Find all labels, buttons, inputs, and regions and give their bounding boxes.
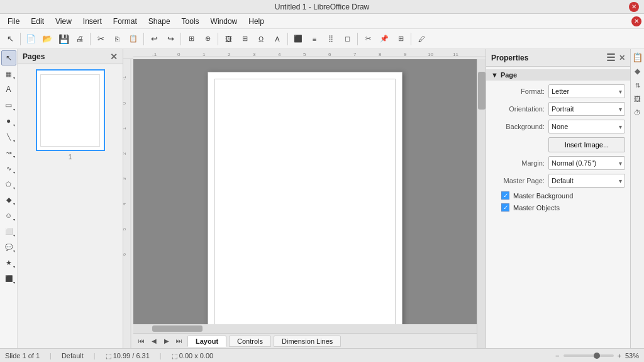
tab-dimension-lines[interactable]: Dimension Lines xyxy=(274,336,341,347)
menu-format[interactable]: Format xyxy=(108,16,142,27)
h-scrollbar[interactable] xyxy=(133,324,477,333)
orientation-dropdown-arrow: ▾ xyxy=(619,106,622,113)
page-thumb-container: 1 xyxy=(23,69,118,161)
master-objects-label: Master Objects xyxy=(513,204,560,212)
menu-file[interactable]: File xyxy=(3,16,25,27)
status-sep-1: | xyxy=(50,352,52,359)
margin-dropdown-arrow: ▾ xyxy=(619,160,622,167)
tool-curve[interactable]: ∿▾ xyxy=(1,161,16,176)
menu-window[interactable]: Window xyxy=(206,16,243,27)
nav-next[interactable]: ▶ xyxy=(161,336,172,347)
margin-label: Margin: xyxy=(491,159,545,167)
tool-ellipse[interactable]: ●▾ xyxy=(1,113,16,128)
toolbar-insert-special[interactable]: Ω xyxy=(253,31,269,47)
tab-layout[interactable]: Layout xyxy=(187,336,226,347)
toolbar-arrange[interactable]: ⬛ xyxy=(291,31,306,47)
zoom-in-button[interactable]: + xyxy=(616,352,623,359)
toolbar-copy[interactable]: ⎘ xyxy=(109,31,125,47)
v-scrollbar[interactable] xyxy=(477,59,486,348)
toolbar-ungroup[interactable]: ✂ xyxy=(360,31,375,47)
right-icon-image[interactable]: 🖼 xyxy=(632,93,643,105)
tool-smiley[interactable]: ☺▾ xyxy=(1,208,16,223)
nav-last[interactable]: ⏭ xyxy=(174,336,185,347)
tool-rectangle[interactable]: ▭▾ xyxy=(1,98,16,113)
toolbar-shadow[interactable]: ◻ xyxy=(340,31,355,47)
toolbar-undo[interactable]: ↩ xyxy=(147,31,162,47)
master-page-row: Master Page: Default ▾ xyxy=(491,174,625,188)
menu-insert[interactable]: Insert xyxy=(78,16,107,27)
menu-edit[interactable]: Edit xyxy=(26,16,49,27)
tool-connector[interactable]: ↝▾ xyxy=(1,145,16,160)
zoom-out-button[interactable]: − xyxy=(554,352,560,359)
right-icon-clock[interactable]: ⏱ xyxy=(632,107,643,118)
h-scroll-thumb[interactable] xyxy=(152,325,203,332)
properties-close-button[interactable]: ✕ xyxy=(619,54,625,62)
svg-text:10: 10 xyxy=(428,52,433,57)
toolbar-insert-image[interactable]: 🖼 xyxy=(221,31,236,47)
v-scroll-thumb[interactable] xyxy=(478,72,486,110)
toolbar-combine[interactable]: ⊞ xyxy=(393,31,408,47)
toolbar-snap[interactable]: ⊕ xyxy=(200,31,215,47)
toolbar-new[interactable]: 📄 xyxy=(23,31,38,47)
close-button[interactable]: ✕ xyxy=(629,2,639,12)
toolbar-insert-table[interactable]: ⊞ xyxy=(237,31,252,47)
toolbar-group[interactable]: 📌 xyxy=(377,31,392,47)
insert-image-button[interactable]: Insert Image... xyxy=(548,137,625,152)
toolbar-sep-8 xyxy=(411,33,411,45)
toolbar-sep-1 xyxy=(20,33,21,45)
toolbar-distribute[interactable]: ⣿ xyxy=(323,31,338,47)
menu-bar: File Edit View Insert Format Shape Tools… xyxy=(0,14,644,29)
toolbar-pointer[interactable]: ↖ xyxy=(3,31,18,47)
pages-panel-title: Pages xyxy=(23,52,45,61)
toolbar-sep-4 xyxy=(180,33,181,45)
tool-star[interactable]: ★▾ xyxy=(1,255,16,270)
toolbar-grid[interactable]: ⊞ xyxy=(184,31,199,47)
menu-tools[interactable]: Tools xyxy=(177,16,204,27)
tool-select[interactable]: ↖ xyxy=(1,50,16,65)
toolbar-draw-mode[interactable]: 🖊 xyxy=(414,31,429,47)
page-section-header[interactable]: ▼ Page xyxy=(486,69,630,81)
tool-3d[interactable]: ⬛▾ xyxy=(1,271,16,286)
pages-content[interactable]: 1 xyxy=(18,64,123,348)
master-objects-checkbox[interactable]: ✓ xyxy=(501,203,509,212)
menu-close-button[interactable]: ✕ xyxy=(631,16,641,26)
right-icon-diamond[interactable]: ◆ xyxy=(632,65,643,77)
menu-help[interactable]: Help xyxy=(243,16,269,27)
tool-select2[interactable]: ▦▾ xyxy=(1,66,16,81)
coordinates: ⬚ 10.99 / 6.31 xyxy=(106,352,150,359)
right-icon-properties[interactable]: 📋 xyxy=(632,52,643,63)
tab-controls[interactable]: Controls xyxy=(229,336,271,347)
toolbar-redo[interactable]: ↪ xyxy=(163,31,178,47)
canvas-scroll[interactable] xyxy=(133,59,477,324)
toolbar-cut[interactable]: ✂ xyxy=(93,31,108,47)
toolbar-save[interactable]: 💾 xyxy=(56,31,71,47)
right-icon-nav[interactable]: ⇅ xyxy=(632,79,643,91)
nav-prev[interactable]: ◀ xyxy=(148,336,160,347)
menu-view[interactable]: View xyxy=(50,16,77,27)
tool-polygon[interactable]: ⬠▾ xyxy=(1,176,16,191)
background-select[interactable]: None ▾ xyxy=(548,120,625,133)
master-page-select[interactable]: Default ▾ xyxy=(548,174,625,188)
format-select[interactable]: Letter ▾ xyxy=(548,84,625,98)
master-background-checkbox[interactable]: ✓ xyxy=(501,191,509,200)
pages-panel-close[interactable]: ✕ xyxy=(110,52,118,62)
properties-menu-icon[interactable]: ☰ xyxy=(606,52,615,64)
zoom-slider[interactable] xyxy=(564,354,614,357)
tool-line[interactable]: ╲▾ xyxy=(1,129,16,144)
menu-shape[interactable]: Shape xyxy=(143,16,175,27)
toolbar-print[interactable]: 🖨 xyxy=(72,31,87,47)
tool-flowchart[interactable]: ⬜▾ xyxy=(1,223,16,239)
toolbar-fontwork[interactable]: A xyxy=(270,31,285,47)
tool-callout[interactable]: 💬▾ xyxy=(1,239,16,254)
page-thumbnail-1[interactable] xyxy=(36,69,105,151)
toolbar-open[interactable]: 📂 xyxy=(40,31,55,47)
toolbar-align[interactable]: ≡ xyxy=(307,31,322,47)
tool-diamond[interactable]: ◆▾ xyxy=(1,192,16,207)
properties-panel: Properties ☰ ✕ ▼ Page Format: Letter ▾ xyxy=(486,49,630,348)
main-area: ↖ ▦▾ A ▭▾ ●▾ ╲▾ ↝▾ ∿▾ ⬠▾ ◆▾ ☺▾ ⬜▾ 💬▾ ★▾ … xyxy=(0,49,644,348)
toolbar-paste[interactable]: 📋 xyxy=(126,31,141,47)
nav-first[interactable]: ⏮ xyxy=(136,336,147,347)
orientation-select[interactable]: Portrait ▾ xyxy=(548,102,625,116)
margin-select[interactable]: Normal (0.75") ▾ xyxy=(548,156,625,170)
tool-text[interactable]: A xyxy=(1,82,16,97)
